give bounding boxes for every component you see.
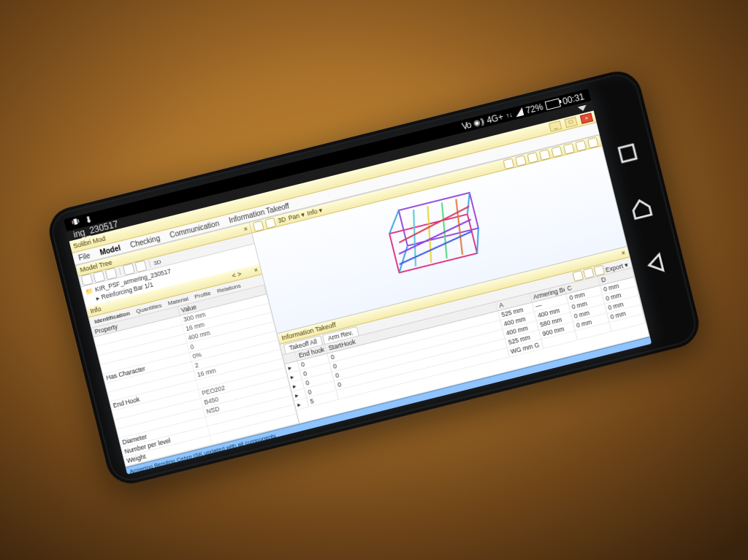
tool-icon[interactable] bbox=[551, 145, 562, 157]
system-tray[interactable]: ▲ ⚑ 🔊 bbox=[628, 350, 652, 362]
info-nav-arrows[interactable]: < > bbox=[231, 270, 242, 280]
taskbar-item[interactable] bbox=[145, 469, 165, 475]
svg-rect-4 bbox=[398, 193, 478, 246]
orbit-icon[interactable] bbox=[527, 152, 538, 164]
taskbar-item[interactable] bbox=[164, 464, 184, 474]
tool-icon[interactable] bbox=[563, 142, 575, 154]
solibri-icon bbox=[294, 437, 302, 446]
panel-close-icon[interactable]: × bbox=[253, 266, 259, 274]
tool-icon[interactable] bbox=[243, 268, 252, 277]
viewport-pan-label[interactable]: Pan ▾ bbox=[288, 211, 305, 222]
hotspot-icon: ◉⸩ bbox=[472, 116, 485, 128]
tool-icon[interactable] bbox=[253, 220, 264, 231]
app-icon bbox=[332, 428, 340, 437]
chrome-icon bbox=[169, 468, 178, 475]
threed-toggle[interactable]: 3D bbox=[153, 258, 161, 266]
tool-icon[interactable] bbox=[539, 149, 551, 161]
tool-icon[interactable] bbox=[575, 139, 587, 151]
android-home-button[interactable] bbox=[626, 193, 656, 223]
svg-rect-3 bbox=[77, 219, 79, 223]
svg-line-8 bbox=[471, 228, 484, 253]
data-arrows-icon: ↑↓ bbox=[505, 110, 513, 119]
panel-close-icon[interactable]: × bbox=[621, 249, 627, 257]
app-icon bbox=[313, 432, 321, 441]
taskbar-item[interactable] bbox=[327, 424, 346, 440]
phone-screen: ⬇ Vo ◉⸩ 4G+ ↑↓ 72% 00:31 ing_23 bbox=[64, 88, 652, 474]
info-panel-title: Info bbox=[89, 305, 102, 315]
dropdown-icon[interactable] bbox=[578, 104, 587, 112]
viewport-info-label[interactable]: Info ▾ bbox=[306, 206, 323, 217]
zoom-in-icon[interactable] bbox=[503, 158, 514, 169]
revit-icon bbox=[189, 464, 198, 472]
taskbar-item[interactable] bbox=[288, 434, 308, 449]
viewport-3d-label[interactable]: 3D bbox=[277, 215, 286, 224]
tool-icon[interactable] bbox=[587, 137, 599, 148]
signal-icon bbox=[514, 107, 524, 117]
svg-line-12 bbox=[433, 202, 455, 258]
tool-icon[interactable] bbox=[264, 217, 276, 229]
svg-rect-0 bbox=[619, 145, 636, 162]
explorer-icon bbox=[150, 473, 159, 475]
svg-rect-2 bbox=[72, 220, 73, 224]
close-button[interactable]: × bbox=[580, 112, 593, 124]
download-icon: ⬇ bbox=[84, 214, 94, 226]
taskbar-item[interactable] bbox=[308, 429, 327, 445]
minimize-button[interactable]: _ bbox=[549, 120, 562, 132]
android-recents-button[interactable] bbox=[613, 138, 643, 168]
maximize-button[interactable]: □ bbox=[564, 117, 577, 129]
volte-icon: Vo bbox=[461, 120, 472, 131]
svg-rect-1 bbox=[73, 218, 78, 225]
android-back-button[interactable] bbox=[640, 249, 670, 279]
phone-body: ⬇ Vo ◉⸩ 4G+ ↑↓ 72% 00:31 ing_23 bbox=[44, 66, 703, 488]
panel-close-icon[interactable]: × bbox=[243, 225, 248, 233]
zoom-out-icon[interactable] bbox=[515, 155, 527, 166]
